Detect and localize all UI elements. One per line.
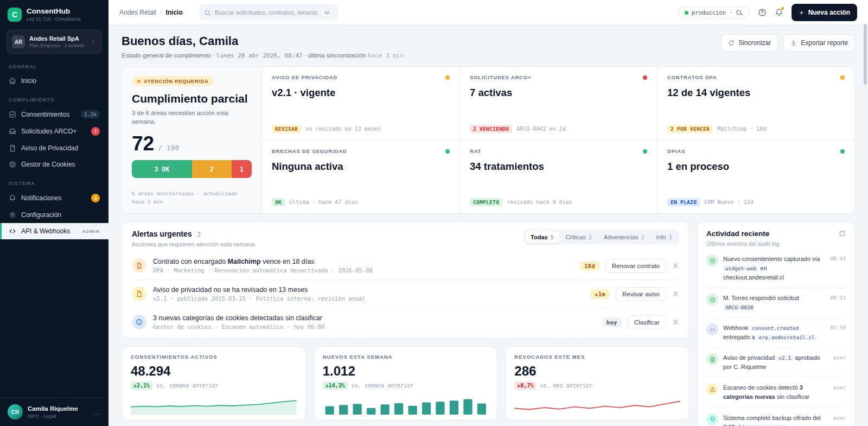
sidebar-item-consentimientos[interactable]: Consentimientos1.2k xyxy=(0,106,108,123)
sparkline-line xyxy=(514,396,680,415)
page-header: Buenos días, Camila Estado general de cu… xyxy=(122,34,855,59)
page-subtitle: Estado general de cumplimiento · lunes 2… xyxy=(122,52,404,59)
org-avatar: AR xyxy=(12,35,25,48)
scrollbar[interactable] xyxy=(864,24,867,85)
user-menu[interactable]: CR Camila Riquelme DPO · Legal … xyxy=(0,397,108,426)
status-badge: 2 POR VENCER xyxy=(667,125,713,133)
sidebar-item-configuraci-n[interactable]: Configuración xyxy=(0,207,108,223)
alert-title: Contrato con encargado Mailchimp vence e… xyxy=(153,258,373,265)
plus-icon xyxy=(799,10,805,16)
sidebar-item-inicio[interactable]: Inicio xyxy=(0,73,108,89)
breadcrumb-separator: / xyxy=(160,9,162,16)
activity-icon xyxy=(706,414,718,425)
status-card-header: RAT xyxy=(470,148,647,154)
avatar: CR xyxy=(8,404,23,419)
subtitle-prefix: Estado general de cumplimiento · xyxy=(122,52,216,59)
score-segment: 2 xyxy=(192,160,232,178)
activity-icon xyxy=(706,255,718,266)
brand-text: ConsentHub Ley 21.719 · Compliance xyxy=(27,7,81,22)
close-icon[interactable] xyxy=(672,290,679,297)
sidebar-item-label: API & Webhooks xyxy=(21,227,71,235)
close-icon[interactable] xyxy=(672,262,679,269)
sparkline-area xyxy=(131,396,297,415)
inline-code: erp.andesretail.cl xyxy=(757,334,817,340)
status-card-footer: EN PLAZOCRM Nuevo · 12d xyxy=(667,198,845,206)
export-button[interactable]: Exportar reporte xyxy=(783,34,855,52)
sidebar-item-label: Notificaciones xyxy=(21,194,62,202)
status-dot-icon xyxy=(840,75,845,80)
stat-card-consentimientos-activos: CONSENTIMIENTOS ACTIVOS48.294+2,1%vs. se… xyxy=(122,346,306,421)
stat-card-nuevos-esta-semana: NUEVOS ESTA SEMANA1.012+14,3%vs. semana … xyxy=(314,346,498,421)
status-meta: revisado hace 9 días xyxy=(507,199,572,205)
sidebar-item-api-webhooks[interactable]: API & WebhooksADMIN xyxy=(0,223,108,239)
org-switcher[interactable]: AR Andes Retail SpA Plan Empresa · 4 ten… xyxy=(7,30,102,54)
breadcrumb-root[interactable]: Andes Retail xyxy=(119,9,156,16)
alert-chip: +1m xyxy=(590,289,610,299)
alert-chip: 18d xyxy=(580,261,599,271)
notifications-button[interactable] xyxy=(775,8,783,17)
tab-count: 5 xyxy=(551,234,554,240)
alert-title-highlight: Mailchimp xyxy=(228,258,261,265)
sidebar-item-notificaciones[interactable]: Notificaciones3 xyxy=(0,189,108,207)
sparkline-bar xyxy=(323,396,489,415)
alert-row: Aviso de privacidad no se ha revisado en… xyxy=(132,279,679,308)
page-header-text: Buenos días, Camila Estado general de cu… xyxy=(122,34,404,59)
status-card-contratos-dpa[interactable]: CONTRATOS DPA12 de 14 vigentes2 POR VENC… xyxy=(657,67,854,140)
status-badge: 2 VENCIENDO xyxy=(470,125,512,133)
sync-label: Sincronizar xyxy=(738,39,771,47)
sidebar-item-aviso-de-privacidad[interactable]: Aviso de Privacidad xyxy=(0,140,108,156)
user-name: Camila Riquelme xyxy=(28,405,78,412)
new-action-button[interactable]: Nueva acción xyxy=(792,4,857,21)
stat-delta: +8,7% xyxy=(514,382,536,390)
inline-code: widget-web xyxy=(723,265,758,271)
status-card-footer: REVISARno revisado en 13 meses xyxy=(272,125,450,133)
status-card-value: 7 activas xyxy=(470,87,647,99)
status-badge: COMPLETO xyxy=(470,198,502,206)
status-card-rat[interactable]: RAT34 tratamientosCOMPLETOrevisado hace … xyxy=(459,140,657,213)
status-card-footer: 2 VENCIENDOARCO-0042 en 2d xyxy=(470,125,647,133)
sidebar-item-label: Configuración xyxy=(21,211,61,219)
alert-action-button[interactable]: Clasificar xyxy=(628,315,666,329)
status-card-solicitudes-arco[interactable]: SOLICITUDES ARCO+7 activas2 VENCIENDOARC… xyxy=(459,67,657,140)
status-card-brechas-de-seguridad[interactable]: BRECHAS DE SEGURIDADNinguna activaOKúlti… xyxy=(262,140,459,213)
tab-count: 1 xyxy=(669,234,672,240)
status-card-dpias[interactable]: DPIAS1 en procesoEN PLAZOCRM Nuevo · 12d xyxy=(657,140,854,213)
score-bar: 3 OK21 xyxy=(132,160,252,178)
sync-button[interactable]: Sincronizar xyxy=(721,34,778,52)
alert-action-button[interactable]: Revisar aviso xyxy=(616,287,666,301)
tab-label: Advertencias xyxy=(604,234,639,240)
global-search[interactable]: ⌘K xyxy=(199,4,338,21)
status-card-title: BRECHAS DE SEGURIDAD xyxy=(272,148,347,154)
alert-title-text: Contrato con encargado xyxy=(153,258,228,265)
close-icon[interactable] xyxy=(672,319,679,326)
alert-tab-advertencias[interactable]: Advertencias2 xyxy=(598,231,650,243)
stat-delta: +14,3% xyxy=(323,382,348,390)
cookie-icon xyxy=(9,161,16,168)
more-icon[interactable]: … xyxy=(93,408,101,416)
status-dot-icon xyxy=(445,75,450,80)
page-content: Buenos días, Camila Estado general de cu… xyxy=(108,26,868,426)
activity-refresh-icon[interactable] xyxy=(839,230,846,237)
breadcrumb: Andes Retail / Inicio xyxy=(119,9,183,16)
search-input[interactable] xyxy=(215,9,318,16)
code-icon xyxy=(710,327,716,333)
inbox-icon xyxy=(9,128,16,135)
sidebar-item-gestor-de-cookies[interactable]: Gestor de Cookies xyxy=(0,156,108,173)
alert-action-button[interactable]: Renovar contrato xyxy=(605,259,666,273)
stat-card-revocados-este-mes: REVOCADOS ESTE MES286+8,7%vs. mes anteri… xyxy=(505,346,690,421)
alert-tab-todas[interactable]: Todas5 xyxy=(525,231,559,243)
org-text: Andes Retail SpA Plan Empresa · 4 tenant… xyxy=(29,35,85,48)
app-logo-icon: C xyxy=(8,8,22,22)
alert-tab-info[interactable]: Info1 xyxy=(651,231,678,243)
sidebar-item-solicitudes-arco[interactable]: Solicitudes ARCO+7 xyxy=(0,123,108,140)
nav-section-cumplimiento: CUMPLIMIENTO xyxy=(0,89,108,106)
home-icon xyxy=(9,77,16,85)
status-card-aviso-de-privacidad[interactable]: AVISO DE PRIVACIDADv2.1 · vigenteREVISAR… xyxy=(262,67,459,140)
activity-icon xyxy=(706,294,718,306)
status-badge: OK xyxy=(272,198,285,206)
help-button[interactable] xyxy=(758,8,767,17)
tab-label: Críticas xyxy=(566,234,586,240)
alert-title-text: vence en 18 días xyxy=(261,258,315,265)
activity-text-part: sin clasificar xyxy=(775,393,809,400)
alert-tab-cr-ticas[interactable]: Críticas2 xyxy=(560,231,597,243)
